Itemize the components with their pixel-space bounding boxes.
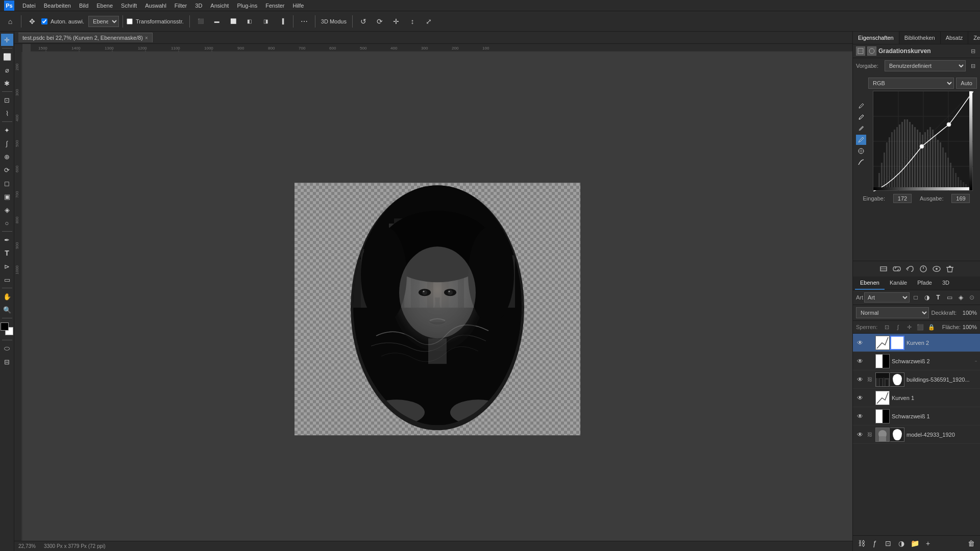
lock-artboard-btn[interactable]: ⬛	[915, 322, 925, 332]
align-hcenter-btn[interactable]: ◨	[259, 14, 273, 29]
align-vcenter-btn[interactable]: ▬	[210, 14, 224, 29]
lock-position-btn[interactable]: ✛	[904, 322, 914, 332]
menu-3d[interactable]: 3D	[191, 2, 206, 10]
layer-item-schwarzweiss2[interactable]: 👁 Schwarzweiß 2	[853, 352, 980, 370]
menu-bild[interactable]: Bild	[75, 2, 92, 10]
blur-tool[interactable]: ◈	[1, 204, 13, 216]
lock-transparent-btn[interactable]: ⊡	[881, 322, 892, 332]
layer-link-bottom-btn[interactable]: ⛓	[856, 538, 867, 549]
roll-3d-btn[interactable]: ⟳	[373, 14, 387, 29]
menu-auswahl[interactable]: Auswahl	[141, 2, 170, 10]
channel-select[interactable]: RGB Rot Grün Blau	[868, 78, 954, 89]
gradient-tool[interactable]: ▣	[1, 190, 13, 203]
layer-filter-select[interactable]: Art Name Farbe	[864, 292, 910, 303]
curves-clip-btn[interactable]	[878, 263, 889, 274]
foreground-color-swatch[interactable]	[1, 322, 9, 331]
curves-pencil-btn[interactable]	[856, 135, 866, 145]
layer-visibility-sw2[interactable]: 👁	[856, 357, 864, 365]
filter-type-btn[interactable]: T	[933, 292, 943, 303]
input-value[interactable]	[893, 194, 912, 203]
menu-filter[interactable]: Filter	[170, 2, 191, 10]
pan-3d-btn[interactable]: ✛	[389, 14, 403, 29]
auto-curves-btn[interactable]: Auto	[956, 78, 977, 89]
zoom-tool[interactable]: 🔍	[1, 304, 13, 316]
curves-undo-btn[interactable]	[904, 263, 916, 274]
layer-new-btn[interactable]: +	[922, 538, 934, 549]
curves-target-btn[interactable]	[856, 146, 866, 156]
layer-mask-btn[interactable]: ⊡	[883, 538, 894, 549]
filter-shape-btn[interactable]: ▭	[944, 292, 954, 303]
align-top-btn[interactable]: ⬛	[193, 14, 208, 29]
history-brush-tool[interactable]: ⟳	[1, 164, 13, 176]
layer-visibility-kurven1[interactable]: 👁	[856, 394, 864, 402]
tab-3d[interactable]: 3D	[937, 277, 954, 290]
menu-datei[interactable]: Datei	[18, 2, 40, 10]
layer-visibility-kurven2[interactable]: 👁	[856, 339, 864, 347]
layer-item-buildings[interactable]: 👁 ⛓ buildings-5	[853, 370, 980, 389]
layer-group-btn[interactable]: 📁	[909, 538, 920, 549]
selection-tool[interactable]: ⬜	[1, 51, 13, 63]
layer-item-kurven2[interactable]: 👁 Kurven 2	[853, 334, 980, 352]
layer-item-kurven1[interactable]: 👁 Kurven 1	[853, 389, 980, 407]
path-select-tool[interactable]: ⊳	[1, 260, 13, 272]
curves-eyedropper-black-btn[interactable]	[856, 123, 866, 134]
layer-filter-toggle[interactable]: ⊙	[967, 292, 977, 303]
screen-mode-btn[interactable]: ⊟	[1, 356, 13, 368]
type-tool[interactable]: T	[1, 247, 13, 259]
tab-eigenschaften[interactable]: Eigenschaften	[853, 32, 899, 44]
layer-visibility-buildings[interactable]: 👁	[856, 375, 864, 384]
curves-eyedropper-btn[interactable]	[856, 101, 866, 111]
layer-fx-btn[interactable]: ƒ	[869, 538, 880, 549]
tab-bibliotheken[interactable]: Bibliotheken	[899, 32, 941, 44]
fill-value[interactable]: 100%	[963, 324, 977, 330]
transform-controls-checkbox[interactable]	[127, 18, 133, 24]
curves-visibility-btn[interactable]	[931, 263, 942, 274]
layer-visibility-sw1[interactable]: 👁	[856, 412, 864, 420]
opacity-value[interactable]: 100%	[959, 310, 977, 316]
color-swatches[interactable]	[1, 322, 14, 338]
blend-mode-select[interactable]: Normal Multiplizieren Abblenden Aufhelle…	[856, 307, 929, 318]
rotate-3d-btn[interactable]: ↺	[356, 14, 371, 29]
menu-schrift[interactable]: Schrift	[117, 2, 141, 10]
healing-tool[interactable]: ✦	[1, 124, 13, 136]
layer-item-model[interactable]: 👁 ⛓ model-42933_1920	[853, 425, 980, 444]
output-value[interactable]	[951, 194, 970, 203]
filter-adj-btn[interactable]: ◑	[922, 292, 932, 303]
filter-pixel-btn[interactable]: □	[911, 292, 921, 303]
auto-select-checkbox[interactable]	[41, 18, 47, 24]
menu-fenster[interactable]: Fenster	[261, 2, 288, 10]
hand-tool[interactable]: ✋	[1, 290, 13, 303]
align-right-btn[interactable]: ▐	[275, 14, 289, 29]
curves-eyedropper-white-btn[interactable]	[856, 112, 866, 122]
auto-select-dropdown[interactable]: Ebene	[88, 16, 119, 27]
layer-visibility-model[interactable]: 👁	[856, 431, 864, 439]
layer-adj-btn[interactable]: ◑	[896, 538, 907, 549]
quick-select-tool[interactable]: ✱	[1, 77, 13, 89]
lock-all-btn[interactable]: 🔒	[926, 322, 937, 332]
menu-bearbeiten[interactable]: Bearbeiten	[40, 2, 75, 10]
shape-tool[interactable]: ▭	[1, 273, 13, 286]
layer-item-schwarzweiss1[interactable]: 👁 Schwarzweiß 1	[853, 407, 980, 425]
curves-reset-btn[interactable]	[918, 263, 929, 274]
canvas-scroll[interactable]	[22, 52, 852, 541]
file-tab-item[interactable]: test.psdc bei 22,7% (Kurven 2, Ebenenmas…	[18, 33, 153, 42]
align-left-btn[interactable]: ◧	[242, 14, 257, 29]
curves-graph[interactable]	[873, 91, 973, 191]
tab-pfade[interactable]: Pfade	[912, 277, 937, 290]
brush-tool[interactable]: ∫	[1, 137, 13, 149]
clone-tool[interactable]: ⊕	[1, 151, 13, 163]
tab-absatz[interactable]: Absatz	[941, 32, 969, 44]
align-bottom-btn[interactable]: ⬜	[226, 14, 240, 29]
tab-zeichen[interactable]: Zeichen	[968, 32, 980, 44]
crop-tool[interactable]: ⊡	[1, 94, 13, 106]
scale-3d-btn[interactable]: ⤢	[422, 14, 436, 29]
properties-icon-2[interactable]	[867, 46, 876, 56]
curves-smooth-btn[interactable]	[856, 157, 866, 167]
eraser-tool[interactable]: ◻	[1, 177, 13, 189]
menu-plugins[interactable]: Plug-ins	[233, 2, 261, 10]
menu-ansicht[interactable]: Ansicht	[206, 2, 233, 10]
home-button[interactable]: ⌂	[3, 14, 17, 29]
dodge-tool[interactable]: ○	[1, 217, 13, 229]
pen-tool[interactable]: ✒	[1, 234, 13, 246]
tab-ebenen[interactable]: Ebenen	[855, 277, 885, 290]
